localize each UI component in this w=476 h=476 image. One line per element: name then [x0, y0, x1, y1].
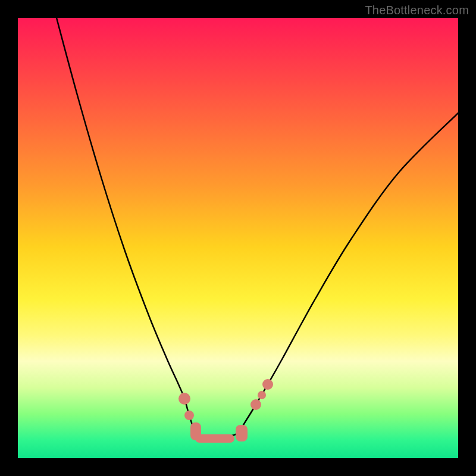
markers-group: [178, 379, 273, 443]
curve-svg: [18, 18, 458, 458]
plot-area: [18, 18, 458, 458]
curve-marker-pill: [236, 425, 248, 441]
curve-marker-dot: [178, 393, 190, 405]
curve-marker-pill: [195, 434, 234, 443]
bottleneck-curve: [57, 18, 458, 436]
watermark-text: TheBottleneck.com: [365, 4, 469, 17]
curve-marker-dot: [250, 399, 261, 410]
curve-marker-dot: [184, 411, 194, 420]
curve-marker-dot: [262, 379, 273, 390]
curve-marker-dot: [258, 391, 266, 399]
stage: TheBottleneck.com: [0, 0, 476, 476]
